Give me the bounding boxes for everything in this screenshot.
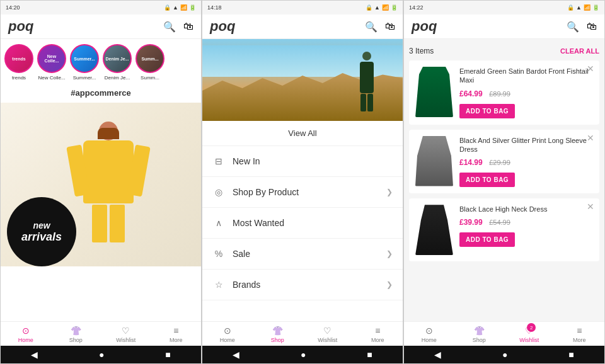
circle-denim[interactable]: Denim Je... (103, 44, 132, 73)
nav-shop-3[interactable]: 👚 Shop (454, 322, 505, 346)
cart-item-price-2: £14.99 (459, 158, 483, 167)
nav-more-3[interactable]: ≡ More (555, 322, 605, 346)
cart-item-price-3: £39.99 (459, 218, 483, 227)
add-to-bag-btn-2[interactable]: ADD TO BAG (459, 173, 515, 187)
home-btn-2[interactable]: ● (301, 350, 306, 360)
nav-home-2[interactable]: ⊙ Home (202, 322, 253, 346)
menu-item-most-wanted[interactable]: ∧ Most Wanted (202, 208, 403, 239)
cart-item-name-2: Black And Silver Glitter Print Long Slee… (459, 136, 593, 154)
circle-item[interactable]: trends trends (4, 44, 33, 81)
phone2: 14:18 🔒 ▲ 📶 🔋 poq 🔍 🛍 (202, 0, 403, 364)
add-to-bag-btn-3[interactable]: ADD TO BAG (459, 232, 515, 247)
cart-item-info-2: Black And Silver Glitter Print Long Slee… (459, 136, 593, 188)
cart-item-3: Black Lace High Neck Dress £39.99 £54.99… (409, 198, 599, 261)
view-all-btn[interactable]: View All (202, 121, 403, 146)
logo-2: poq (210, 18, 235, 35)
cart-item-2: Black And Silver Glitter Print Long Slee… (409, 130, 599, 194)
cart-header: 3 Items CLEAR ALL (409, 44, 599, 60)
cart-item-pricing-1: £64.99 £89.99 (459, 88, 593, 99)
circle-summ[interactable]: Summ... (135, 44, 164, 73)
home-btn-1[interactable]: ● (99, 350, 104, 360)
recent-btn-3[interactable]: ■ (568, 350, 573, 360)
system-nav-1: ◀ ● ■ (1, 346, 201, 363)
clear-all-btn[interactable]: CLEAR ALL (560, 47, 599, 55)
close-btn-3[interactable]: ✕ (587, 202, 594, 211)
add-to-bag-btn-1[interactable]: ADD TO BAG (459, 104, 515, 118)
cart-item-price-1: £64.99 (459, 89, 483, 98)
menu-item-brands[interactable]: ☆ Brands ❯ (202, 270, 403, 300)
menu-item-sale[interactable]: % Sale ❯ (202, 239, 403, 270)
dress-emerald-img (415, 67, 453, 117)
circle-item[interactable]: Denim Je... Denim Je... (103, 44, 132, 81)
promo-text2: arrivals (21, 230, 62, 244)
dress-silver-img (415, 136, 453, 186)
menu-item-new-in[interactable]: ⊟ New In (202, 146, 403, 177)
bag-icon-1[interactable]: 🛍 (183, 21, 193, 32)
circle-label-summ: Summ... (141, 75, 159, 81)
back-btn-1[interactable]: ◀ (31, 350, 38, 360)
nav-wishlist-1[interactable]: ♡ Wishlist (101, 322, 151, 346)
nav-home-label-2: Home (220, 337, 235, 343)
shop-icon-3: 👚 (474, 326, 485, 336)
recent-btn-1[interactable]: ■ (165, 350, 170, 360)
phone2-content: View All ⊟ New In ◎ Shop By Product ❯ ∧ … (202, 39, 403, 321)
nav-home-3[interactable]: ⊙ Home (404, 322, 454, 346)
header-icons-3: 🔍 🛍 (567, 21, 597, 33)
nav-home-1[interactable]: ⊙ Home (1, 322, 51, 346)
circle-item[interactable]: Summ... Summ... (135, 44, 164, 81)
bag-icon-3[interactable]: 🛍 (587, 21, 597, 32)
circle-summer[interactable]: Summer... (70, 44, 99, 73)
home-btn-3[interactable]: ● (502, 350, 507, 360)
close-btn-2[interactable]: ✕ (587, 134, 594, 142)
more-icon-3: ≡ (577, 326, 582, 336)
circle-new-colle[interactable]: New Colle... (37, 44, 66, 73)
cart-item-name-1: Emerald Green Satin Bardot Front Fishtai… (459, 67, 593, 85)
chevron-up-icon: ∧ (212, 217, 225, 229)
close-btn-1[interactable]: ✕ (587, 64, 594, 73)
back-btn-3[interactable]: ◀ (434, 350, 441, 360)
circle-item[interactable]: New Colle... New Colle... (37, 44, 66, 81)
nav-more-1[interactable]: ≡ More (151, 322, 202, 346)
wishlist-badge: 2 (527, 323, 536, 332)
circle-trends[interactable]: trends (4, 44, 33, 73)
nav-shop-label-2: Shop (271, 337, 284, 343)
app-header-2: poq 🔍 🛍 (202, 14, 403, 39)
circle-label-denim: Denim Je... (105, 75, 130, 81)
back-btn-2[interactable]: ◀ (233, 350, 239, 360)
nav-more-2[interactable]: ≡ More (353, 322, 403, 346)
nav-shop-1[interactable]: 👚 Shop (51, 322, 101, 346)
search-icon-2[interactable]: 🔍 (365, 21, 377, 33)
search-icon-1[interactable]: 🔍 (163, 21, 176, 33)
nav-wishlist-3[interactable]: ♡ 2 Wishlist (504, 322, 555, 346)
menu-label-brands: Brands (233, 280, 386, 290)
hashtag: #appcommerce (1, 86, 201, 103)
nav-shop-label-3: Shop (473, 337, 486, 343)
nav-wishlist-2[interactable]: ♡ Wishlist (302, 322, 353, 346)
search-icon-3[interactable]: 🔍 (567, 21, 579, 33)
system-nav-2: ◀ ● ■ (202, 346, 403, 363)
phone3: 14:22 🔒 ▲ 📶 🔋 poq 🔍 🛍 3 Items CLEAR ALL (403, 0, 605, 364)
bottom-nav-1: ⊙ Home 👚 Shop ♡ Wishlist ≡ More (1, 321, 201, 346)
filter-icon: ⊟ (212, 155, 225, 168)
recent-btn-2[interactable]: ■ (367, 350, 372, 360)
menu-item-shop-by-product[interactable]: ◎ Shop By Product ❯ (202, 177, 403, 208)
promo-image: new arrivals (1, 103, 201, 266)
promo-circle: new arrivals (7, 197, 76, 266)
logo-1: poq (8, 18, 33, 35)
wishlist-icon-1: ♡ (122, 326, 130, 336)
bottom-nav-2: ⊙ Home 👚 Shop ♡ Wishlist ≡ More (202, 321, 403, 346)
wishlist-icon-3: ♡ 2 (525, 326, 533, 336)
status-icons-2: 🔒 ▲ 📶 🔋 (366, 4, 398, 11)
home-icon-1: ⊙ (22, 326, 30, 336)
bag-icon-2[interactable]: 🛍 (385, 21, 395, 32)
circle-item[interactable]: Summer... Summer... (70, 44, 99, 81)
cart-item-old-price-3: £54.99 (489, 219, 510, 226)
status-bar-1: 14:20 🔒 ▲ 📶 🔋 (1, 1, 201, 14)
nav-shop-2[interactable]: 👚 Shop (253, 322, 303, 346)
app-header-3: poq 🔍 🛍 (404, 14, 604, 39)
status-icons-3: 🔒 ▲ 📶 🔋 (567, 4, 599, 11)
header-icons-2: 🔍 🛍 (365, 21, 395, 33)
time-1: 14:20 (6, 4, 20, 11)
menu-list: ⊟ New In ◎ Shop By Product ❯ ∧ Most Want… (202, 146, 403, 300)
eye-icon: ◎ (212, 186, 225, 198)
